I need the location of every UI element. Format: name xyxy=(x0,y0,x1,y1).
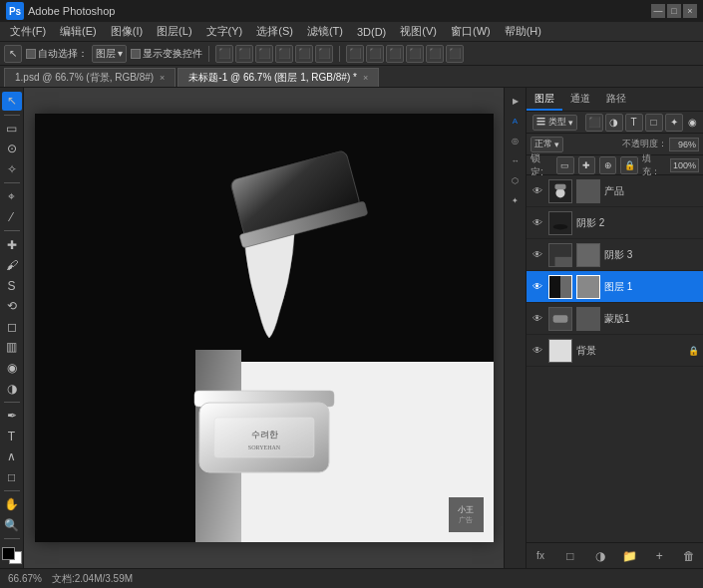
align-center[interactable]: ⬛ xyxy=(235,45,253,63)
tool-dodge[interactable]: ◑ xyxy=(2,379,22,398)
new-group-button[interactable]: 📁 xyxy=(619,546,639,566)
main-workspace: ↖ ▭ ⊙ ✧ ⌖ ∕ ✚ 🖌 S ⟲ ◻ ▥ ◉ ◑ ✒ T ∧ □ ✋ 🔍 xyxy=(0,88,703,568)
menu-filter[interactable]: 滤镜(T) xyxy=(301,22,349,41)
panel-toggle-6[interactable]: ✦ xyxy=(507,191,525,209)
color-swatches[interactable] xyxy=(2,547,22,564)
menu-view[interactable]: 视图(V) xyxy=(394,22,443,41)
blend-mode-dropdown[interactable]: 正常 ▾ xyxy=(530,137,563,152)
visibility-shadow2[interactable]: 👁 xyxy=(530,216,544,230)
menu-3d[interactable]: 3D(D) xyxy=(351,24,392,40)
filter-toggle[interactable]: ◉ xyxy=(688,117,697,128)
dist-middle[interactable]: ⬛ xyxy=(426,45,444,63)
lock-all[interactable]: 🔒 xyxy=(620,156,637,174)
layer-item-shadow3[interactable]: 👁 阴影 3 xyxy=(527,239,703,271)
dist-center[interactable]: ⬛ xyxy=(366,45,384,63)
tool-brush[interactable]: 🖌 xyxy=(2,256,22,275)
tool-eraser[interactable]: ◻ xyxy=(2,318,22,337)
panel-toggle-2[interactable]: A xyxy=(507,112,525,130)
opacity-input[interactable]: 96% xyxy=(669,138,699,151)
foreground-color-swatch[interactable] xyxy=(2,547,15,560)
close-button[interactable]: × xyxy=(683,4,697,18)
panel-toggle-4[interactable]: ↔ xyxy=(507,151,525,169)
tab-1-close[interactable]: × xyxy=(363,73,368,83)
dist-bottom[interactable]: ⬛ xyxy=(446,45,464,63)
tool-text[interactable]: T xyxy=(2,427,22,445)
lock-transparent[interactable]: ▭ xyxy=(556,156,573,174)
layer-item-mask1[interactable]: 👁 蒙版1 xyxy=(527,303,703,335)
layer-item-product[interactable]: 👁 产品 xyxy=(527,175,703,207)
tool-marquee[interactable]: ▭ xyxy=(2,120,22,139)
dist-left[interactable]: ⬛ xyxy=(346,45,364,63)
lock-image[interactable]: ✚ xyxy=(578,156,595,174)
tool-shape[interactable]: □ xyxy=(2,468,22,487)
tool-path[interactable]: ∧ xyxy=(2,447,22,466)
add-style-button[interactable]: fx xyxy=(530,546,550,566)
tab-1[interactable]: 未标题-1 @ 66.7% (图层 1, RGB/8#) * × xyxy=(177,68,379,87)
add-mask-button[interactable]: □ xyxy=(560,546,580,566)
new-adjustment-button[interactable]: ◑ xyxy=(590,546,610,566)
tab-0-close[interactable]: × xyxy=(160,73,165,83)
panel-toggle-3[interactable]: ◎ xyxy=(507,132,525,149)
tool-eyedrop[interactable]: ∕ xyxy=(2,208,22,227)
dist-right[interactable]: ⬛ xyxy=(386,45,404,63)
tool-stamp[interactable]: S xyxy=(2,276,22,295)
tab-0[interactable]: 1.psd @ 66.7% (背景, RGB/8#) × xyxy=(4,68,176,87)
filter-pixel[interactable]: ⬛ xyxy=(585,114,603,132)
fill-input[interactable]: 100% xyxy=(670,158,699,172)
tab-layers[interactable]: 图层 xyxy=(527,88,562,111)
layer-item-shadow2[interactable]: 👁 阴影 2 xyxy=(527,207,703,239)
menu-file[interactable]: 文件(F) xyxy=(4,22,52,41)
menu-help[interactable]: 帮助(H) xyxy=(499,22,547,41)
filter-smart[interactable]: ✦ xyxy=(665,114,683,132)
new-layer-button[interactable]: + xyxy=(649,546,669,566)
kind-filter-dropdown[interactable]: ☰ 类型 ▾ xyxy=(532,115,577,131)
align-middle[interactable]: ⬛ xyxy=(295,45,313,63)
tab-channels[interactable]: 通道 xyxy=(562,88,598,111)
tool-zoom[interactable]: 🔍 xyxy=(2,516,22,535)
align-top[interactable]: ⬛ xyxy=(275,45,293,63)
tool-hand[interactable]: ✋ xyxy=(2,495,22,514)
panel-toggle-5[interactable]: ⬡ xyxy=(507,171,525,189)
dist-top[interactable]: ⬛ xyxy=(406,45,424,63)
tool-move[interactable]: ↖ xyxy=(2,92,22,111)
visibility-background[interactable]: 👁 xyxy=(530,344,544,358)
tool-gradient[interactable]: ▥ xyxy=(2,338,22,357)
move-tool-icon[interactable]: ↖ xyxy=(4,45,22,63)
visibility-product[interactable]: 👁 xyxy=(530,184,544,198)
window-controls[interactable]: — □ × xyxy=(651,4,697,18)
lock-position[interactable]: ⊕ xyxy=(599,156,616,174)
tool-pen[interactable]: ✒ xyxy=(2,407,22,426)
menu-edit[interactable]: 编辑(E) xyxy=(54,22,103,41)
canvas-area[interactable]: 수려한 SORYEHAN 小王 广告 xyxy=(24,88,504,568)
menu-text[interactable]: 文字(Y) xyxy=(200,22,249,41)
menu-layer[interactable]: 图层(L) xyxy=(151,22,197,41)
tool-blur[interactable]: ◉ xyxy=(2,359,22,378)
menu-select[interactable]: 选择(S) xyxy=(250,22,299,41)
visibility-mask1[interactable]: 👁 xyxy=(530,312,544,326)
tool-lasso[interactable]: ⊙ xyxy=(2,140,22,158)
menu-image[interactable]: 图像(I) xyxy=(105,22,149,41)
maximize-button[interactable]: □ xyxy=(667,4,681,18)
panel-toggle-1[interactable]: ▶ xyxy=(507,92,525,110)
menu-window[interactable]: 窗口(W) xyxy=(445,22,497,41)
tool-healing[interactable]: ✚ xyxy=(2,235,22,254)
visibility-layer1[interactable]: 👁 xyxy=(530,280,544,294)
align-left[interactable]: ⬛ xyxy=(215,45,233,63)
align-right[interactable]: ⬛ xyxy=(255,45,273,63)
transform-checkbox[interactable] xyxy=(131,49,141,59)
filter-adj[interactable]: ◑ xyxy=(605,114,623,132)
tab-paths[interactable]: 路径 xyxy=(598,88,634,111)
tool-quickselect[interactable]: ✧ xyxy=(2,160,22,179)
align-bottom[interactable]: ⬛ xyxy=(315,45,333,63)
layer-item-background[interactable]: 👁 背景 🔒 xyxy=(527,335,703,367)
autoselect-dropdown[interactable]: 图层 ▾ xyxy=(92,45,127,63)
filter-text[interactable]: T xyxy=(625,114,643,132)
visibility-shadow3[interactable]: 👁 xyxy=(530,248,544,262)
layer-item-layer1[interactable]: 👁 图层 1 xyxy=(527,271,703,303)
autoselect-checkbox[interactable] xyxy=(26,49,36,59)
tool-crop[interactable]: ⌖ xyxy=(2,187,22,206)
filter-shape[interactable]: □ xyxy=(645,114,663,132)
minimize-button[interactable]: — xyxy=(651,4,665,18)
tool-history[interactable]: ⟲ xyxy=(2,297,22,316)
delete-layer-button[interactable]: 🗑 xyxy=(679,546,699,566)
